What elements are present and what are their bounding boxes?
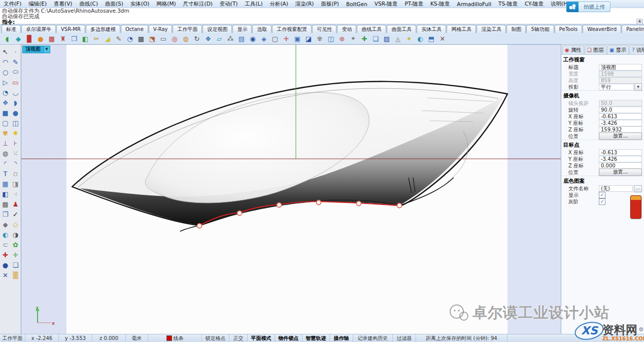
tool-icon[interactable]: ❏ bbox=[11, 260, 21, 270]
toolbar-icon[interactable]: ❏ bbox=[370, 33, 381, 44]
toolbar-icon[interactable]: ✕ bbox=[437, 33, 448, 44]
toolbar-tab[interactable]: V-Ray bbox=[149, 25, 173, 33]
target-place-button[interactable]: 放置... bbox=[599, 168, 642, 176]
status-cell[interactable]: 工作平面 bbox=[0, 334, 25, 342]
tool-icon[interactable]: ◍ bbox=[1, 148, 11, 158]
toolbar-icon[interactable]: ⊕ bbox=[337, 33, 347, 44]
tool-icon[interactable]: ◠ bbox=[1, 57, 11, 67]
tool-icon[interactable]: ▭ bbox=[11, 77, 21, 87]
toolbar-icon[interactable]: ✚ bbox=[359, 33, 369, 44]
tool-icon[interactable]: ♟ bbox=[11, 199, 21, 209]
tool-icon[interactable]: ▢ bbox=[1, 118, 11, 128]
toolbar-icon[interactable]: ◔ bbox=[125, 33, 135, 44]
promo-sticker[interactable] bbox=[630, 195, 641, 219]
tool-icon[interactable]: ◨ bbox=[11, 179, 21, 189]
toolbar-tab[interactable]: VSR-MR bbox=[56, 25, 85, 33]
tool-icon[interactable]: ◜ bbox=[1, 158, 11, 168]
toolbar-icon[interactable]: ▩ bbox=[136, 33, 146, 44]
tool-icon[interactable]: ✓ bbox=[11, 209, 21, 219]
viewport-top[interactable]: y x 顶视图 ▼ bbox=[21, 45, 561, 334]
control-point[interactable] bbox=[197, 224, 202, 228]
menu-item[interactable]: BoltGen bbox=[343, 1, 371, 7]
chevron-down-icon[interactable]: ▼ bbox=[634, 83, 642, 91]
menu-item[interactable]: 编辑(E) bbox=[25, 1, 50, 8]
tool-icon[interactable]: ◑ bbox=[11, 229, 21, 240]
toolbar-icon[interactable]: ◎ bbox=[170, 33, 180, 44]
camera-rotation-field[interactable]: 90.0 bbox=[599, 107, 642, 113]
viewport-menu-arrow-icon[interactable]: ▼ bbox=[43, 46, 50, 53]
toolbar-icon[interactable]: ▤ bbox=[236, 33, 247, 44]
toolbar-icon[interactable]: ◈ bbox=[259, 33, 269, 44]
tool-icon[interactable]: · bbox=[11, 47, 21, 57]
tool-icon[interactable]: ■ bbox=[1, 108, 11, 118]
toolbar-icon[interactable]: ◧ bbox=[80, 33, 90, 44]
tool-icon[interactable]: ❖ bbox=[1, 97, 11, 108]
toolbar-icon[interactable]: ▢ bbox=[270, 33, 280, 44]
toolbar-icon[interactable]: ▱ bbox=[214, 33, 224, 44]
control-point[interactable] bbox=[277, 203, 282, 208]
menu-item[interactable]: 曲线(C) bbox=[76, 1, 101, 8]
status-cell[interactable]: 操作轴 bbox=[330, 334, 353, 342]
status-cell[interactable]: 过滤器 bbox=[393, 334, 416, 342]
toolbar-icon[interactable]: ⬔ bbox=[147, 33, 157, 44]
toolbar-icon[interactable]: ⁂ bbox=[225, 33, 235, 44]
control-point[interactable] bbox=[238, 211, 242, 216]
toolbar-tab[interactable]: 制图 bbox=[506, 25, 526, 33]
target-y-field[interactable]: -3.426 bbox=[599, 156, 642, 162]
wallpaper-show-checkbox[interactable]: ✓ bbox=[599, 192, 605, 198]
browse-button[interactable]: … bbox=[634, 185, 642, 192]
tool-icon[interactable]: ⊦ bbox=[11, 138, 21, 148]
toolbar-tab[interactable]: 曲面工具 bbox=[387, 25, 416, 33]
menu-item[interactable]: 分析(A) bbox=[266, 1, 292, 8]
toolbar-icon[interactable]: ✦ bbox=[404, 33, 414, 44]
menu-item[interactable]: PT-随意 bbox=[401, 1, 427, 8]
toolbar-icon[interactable]: ↻ bbox=[192, 33, 202, 44]
toolbar-tab[interactable]: 网格工具 bbox=[447, 25, 476, 33]
tool-icon[interactable]: ⊥ bbox=[1, 138, 11, 148]
toolbar-tab[interactable]: 显示 bbox=[232, 25, 252, 33]
toolbar-icon[interactable]: ▭ bbox=[158, 33, 168, 44]
tool-icon[interactable]: ❐ bbox=[1, 209, 11, 219]
status-cell[interactable]: 锁定格点 bbox=[202, 334, 229, 342]
status-cell[interactable]: 智慧轨迹 bbox=[302, 334, 330, 342]
toolbar-tab[interactable]: Octane bbox=[121, 25, 148, 33]
tool-icon[interactable]: ◐ bbox=[1, 229, 11, 240]
toolbar-tab[interactable]: 变动 bbox=[337, 25, 356, 33]
tool-icon[interactable]: ● bbox=[11, 108, 21, 118]
tool-icon[interactable]: ▒ bbox=[11, 270, 21, 280]
tool-icon[interactable]: ⬭ bbox=[11, 67, 21, 77]
toolbar-icon[interactable]: ◖ bbox=[2, 33, 12, 44]
command-area[interactable]: 自动保存文件为 C:\AutoSave\RhinoAutosave.3dm 自动… bbox=[0, 8, 644, 24]
tool-icon[interactable]: ◡ bbox=[11, 87, 21, 97]
tool-icon[interactable]: ✿ bbox=[11, 240, 21, 250]
toolbar-icon[interactable]: ⬒ bbox=[426, 33, 436, 44]
tool-icon[interactable]: ↖ bbox=[1, 47, 11, 57]
status-cell[interactable]: x -2.246 bbox=[25, 334, 59, 342]
toolbar-tab[interactable]: 曲线工具 bbox=[357, 25, 386, 33]
status-cell[interactable]: y -3.553 bbox=[59, 334, 92, 342]
camera-place-button[interactable]: 放置... bbox=[599, 132, 642, 140]
toolbar-icon[interactable]: ✎ bbox=[114, 33, 124, 44]
toolbar-icon[interactable]: ▨ bbox=[382, 33, 392, 44]
command-prompt[interactable]: 指令: bbox=[2, 19, 642, 25]
tool-icon[interactable]: ◗ bbox=[11, 97, 21, 108]
menu-item[interactable]: 实体(O) bbox=[127, 1, 153, 8]
menu-item[interactable]: 变动(T) bbox=[216, 1, 242, 8]
toolbar-tab[interactable]: 标准 bbox=[2, 25, 21, 33]
toolbar-icon[interactable]: ◢ bbox=[103, 33, 113, 44]
control-point[interactable] bbox=[317, 200, 321, 205]
command-scroll-button[interactable]: ▲ bbox=[636, 19, 643, 24]
menu-item[interactable]: ArmadilloFull bbox=[453, 1, 495, 7]
toolbar-icon[interactable]: ◪ bbox=[303, 33, 314, 44]
tool-icon[interactable]: ○ bbox=[1, 67, 11, 77]
status-cell[interactable]: 正交 bbox=[229, 334, 248, 342]
tool-icon[interactable]: ⊂ bbox=[1, 240, 11, 250]
toolbar-icon[interactable]: ◫ bbox=[326, 33, 336, 44]
menu-item[interactable]: 曲面(S) bbox=[101, 1, 127, 8]
toolbar-icon[interactable]: ♜ bbox=[58, 33, 68, 44]
tool-icon[interactable]: ◧ bbox=[1, 189, 11, 199]
toolbar-icon[interactable]: ▣ bbox=[292, 33, 302, 44]
tool-icon[interactable]: ✛ bbox=[11, 250, 21, 260]
tool-icon[interactable]: ◆ bbox=[1, 219, 11, 229]
panel-tab[interactable]: ◉ 属性 bbox=[562, 45, 584, 54]
